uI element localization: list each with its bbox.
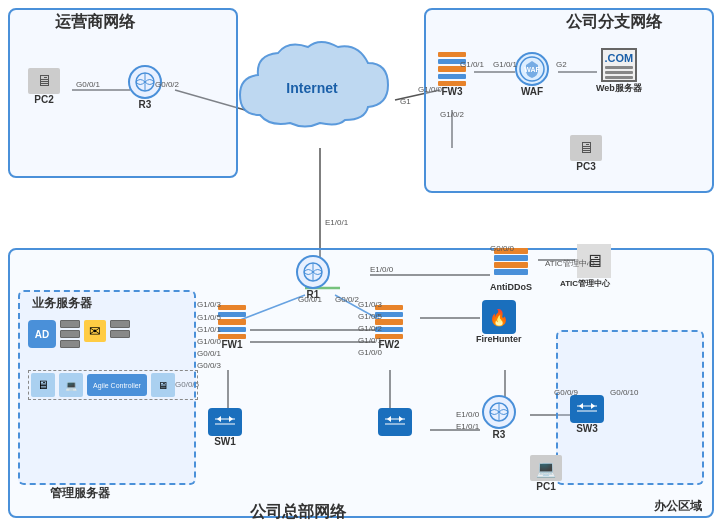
g001-fw1: G0/0/1 (197, 349, 221, 358)
business-server-label: 业务服务器 (32, 295, 92, 312)
sw-fw2-icon (378, 408, 412, 436)
mgmt-server-label: 管理服务器 (50, 485, 110, 502)
firehunter-device: 🔥 FireHunter (476, 300, 522, 344)
g003-fw1: G0/0/3 (197, 361, 221, 370)
fw1-device: FW1 (218, 305, 246, 350)
antiddos-icon (494, 248, 528, 282)
atic-label: ATIC管理中心 (550, 278, 620, 289)
web-server-label: Web服务器 (596, 82, 642, 95)
fw3-device: FW3 (438, 52, 466, 97)
svg-rect-37 (574, 399, 600, 419)
e101-r3: E1/0/1 (456, 422, 479, 431)
g101-fw2: G1/0/1 (358, 336, 382, 345)
waf-icon: WAF (515, 52, 549, 86)
r3-bottom-device: R3 (482, 395, 516, 440)
pc1-device: 💻 PC1 (530, 455, 562, 492)
g2-waf: G2 (556, 60, 567, 69)
g002-r1: G0/0/2 (335, 295, 359, 304)
branch-label: 公司分支网络 (566, 12, 662, 33)
network-diagram: 运营商网络 🖥 PC2 R3 G0/0/1 G0/0/2 Internet 公司… (0, 0, 722, 530)
pc3-device: 🖥 PC3 (570, 135, 602, 172)
g001-label: G0/0/1 (76, 80, 100, 89)
mgmt-devices: 🖥 💻 Agile Controller 🖥 (31, 373, 195, 397)
sw3-icon (570, 395, 604, 423)
fw3-icon (438, 52, 466, 86)
g100-fw1: G1/0/0 (197, 337, 221, 346)
sw3-label: SW3 (576, 423, 598, 434)
firehunter-icon: 🔥 (482, 300, 516, 334)
monitor-icon: 🖥 (31, 373, 55, 397)
agile-controller-icon: Agile Controller (87, 374, 147, 396)
g100-fw2: G1/0/0 (358, 348, 382, 357)
g101-waf: G1/0/1 (493, 60, 517, 69)
r3-bottom-icon (482, 395, 516, 429)
office-label: 办公区域 (654, 498, 702, 515)
server-group: AD ✉ (28, 320, 130, 348)
mgmt-server-area: 🖥 💻 Agile Controller 🖥 (28, 370, 198, 400)
sw3-device: SW3 (570, 395, 604, 434)
g0010-sw3: G0/0/10 (610, 388, 638, 397)
pc2-icon: 🖥 (28, 68, 60, 94)
svg-rect-32 (382, 412, 408, 432)
svg-text:Internet: Internet (286, 80, 338, 96)
g000-ant: G0/0/0 (490, 244, 514, 253)
antiddos-label: AntiDDoS (490, 282, 532, 292)
g105-fw2: G1/0/5 (358, 312, 382, 321)
pc2-device: 🖥 PC2 (28, 68, 60, 105)
mail-icon: ✉ (84, 320, 106, 342)
pc3-icon: 🖥 (570, 135, 602, 161)
g102-fw3: G1/0/2 (440, 110, 464, 119)
pc3-label: PC3 (576, 161, 595, 172)
r3-top-label: R3 (139, 99, 152, 110)
antiddos-device: AntiDDoS (490, 248, 532, 292)
web-server-icon: .COM (601, 48, 637, 82)
g103-fw1: G1/0/3 (197, 300, 221, 309)
isp-label: 运营商网络 (55, 12, 135, 33)
g105-fw1: G1/0/5 (197, 313, 221, 322)
svg-text:WAF: WAF (524, 66, 540, 73)
fw1-icon (218, 305, 246, 339)
e100-r3: E1/0/0 (456, 410, 479, 419)
web-server-device: .COM Web服务器 (596, 48, 642, 95)
branch-network-box (424, 8, 714, 193)
g100-fw3: G1/0/0 (418, 85, 442, 94)
server-rack-2 (110, 320, 130, 348)
r1-icon (296, 255, 330, 289)
e100-r1: E1/0/0 (370, 265, 393, 274)
e101-label: E1/0/1 (325, 218, 348, 227)
pc1-label: PC1 (536, 481, 555, 492)
svg-rect-27 (212, 412, 238, 432)
server-rack-1 (60, 320, 80, 348)
fw1-label: FW1 (221, 339, 242, 350)
g103-fw2: G1/0/3 (358, 300, 382, 309)
hq-label: 公司总部网络 (250, 502, 346, 523)
g002-label: G0/0/2 (155, 80, 179, 89)
com-label: .COM (605, 52, 634, 64)
pc1-icon: 💻 (530, 455, 562, 481)
sw-fw2-device (378, 408, 412, 436)
g101-fw1: G1/0/1 (197, 325, 221, 334)
firehunter-label: FireHunter (476, 334, 522, 344)
laptop-icon: 💻 (59, 373, 83, 397)
internet-cloud: Internet (230, 35, 395, 145)
g102-fw2: G1/0/2 (358, 324, 382, 333)
ad-icon: AD (28, 320, 56, 348)
g001-r1: G0/0/1 (298, 295, 322, 304)
sw1-label: SW1 (214, 436, 236, 447)
fw3-label: FW3 (441, 86, 462, 97)
pc2-label: PC2 (34, 94, 53, 105)
g1-fw3: G1 (400, 97, 411, 106)
waf-label: WAF (521, 86, 543, 97)
r1-device: R1 (296, 255, 330, 300)
sw1-icon (208, 408, 242, 436)
g009-sw3: G0/0/9 (554, 388, 578, 397)
waf-device: WAF WAF (515, 52, 549, 97)
screen-icon: 🖥 (151, 373, 175, 397)
r3-bottom-label: R3 (493, 429, 506, 440)
fw2-icon (375, 305, 403, 339)
atic-label2: ATIC管理中心 (545, 258, 595, 269)
sw1-device: SW1 (208, 408, 242, 447)
g101-fw3: G1/0/1 (460, 60, 484, 69)
